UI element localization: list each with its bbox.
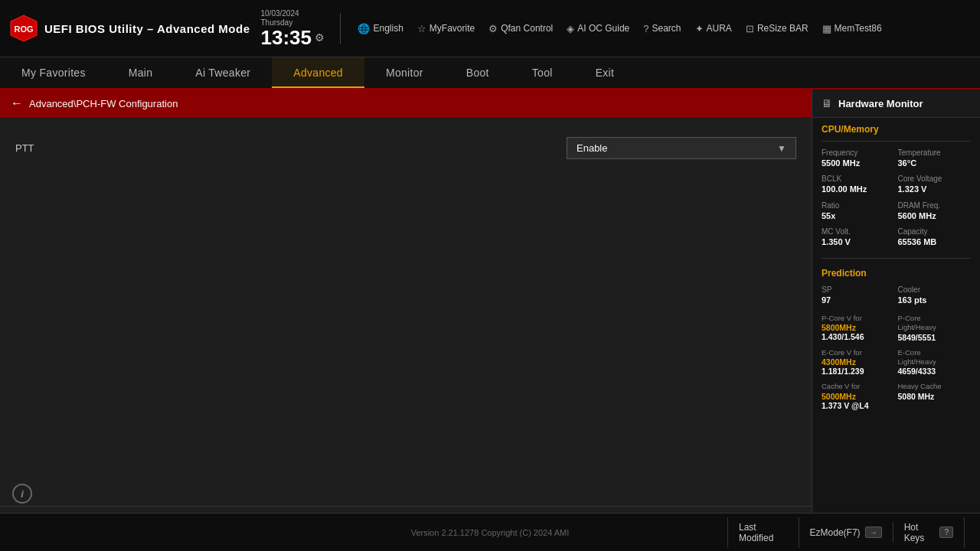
ecore-v-item: E-Core V for 4300MHz 1.181/1.239 — [822, 348, 895, 377]
capacity-label: Capacity — [898, 227, 972, 236]
ptt-label: PTT — [15, 142, 34, 154]
cache-pred-grid: Cache V for 5000MHz 1.373 V @L4 Heavy Ca… — [822, 382, 971, 409]
tab-exit[interactable]: Exit — [574, 57, 636, 88]
rog-logo: ROG — [9, 14, 38, 43]
aura-icon: ✦ — [695, 23, 704, 34]
prediction-title: Prediction — [812, 262, 980, 282]
logo-area: ROG UEFI BIOS Utility – Advanced Mode — [9, 14, 250, 43]
ezmode-key-icon: → — [865, 527, 882, 538]
dropdown-arrow-icon: ▼ — [777, 143, 786, 154]
stat-frequency: Frequency 5500 MHz — [822, 148, 895, 169]
last-modified-button[interactable]: Last Modified — [727, 517, 799, 548]
ptt-dropdown[interactable]: Enable ▼ — [567, 137, 796, 159]
tab-main[interactable]: Main — [107, 57, 175, 88]
tab-boot[interactable]: Boot — [445, 57, 511, 88]
bottom-bar: Version 2.21.1278 Copyright (C) 2024 AMI… — [0, 513, 980, 551]
topnav-language[interactable]: 🌐 English — [351, 20, 409, 37]
temperature-value: 36°C — [898, 158, 972, 169]
hotkeys-button[interactable]: Hot Keys ? — [893, 517, 965, 548]
cpu-memory-grid: Frequency 5500 MHz Temperature 36°C BCLK… — [812, 145, 980, 255]
tab-ai-tweaker[interactable]: Ai Tweaker — [174, 57, 272, 88]
language-label: English — [373, 23, 403, 34]
cache-v-value: 1.373 V @L4 — [822, 401, 895, 410]
aioc-label: AI OC Guide — [577, 23, 629, 34]
stat-core-voltage: Core Voltage 1.323 V — [898, 174, 972, 195]
topnav-aioc[interactable]: ◈ AI OC Guide — [560, 20, 635, 37]
topnav-aura[interactable]: ✦ AURA — [689, 20, 738, 37]
tab-tool[interactable]: Tool — [511, 57, 574, 88]
topnav-qfan[interactable]: ⚙ Qfan Control — [482, 20, 559, 37]
main-content: ← Advanced\PCH-FW Configuration PTT Enab… — [0, 90, 812, 513]
qfan-label: Qfan Control — [501, 23, 553, 34]
myfavorite-label: MyFavorite — [430, 23, 475, 34]
hw-monitor-header: 🖥 Hardware Monitor — [812, 90, 980, 118]
ecore-pred-grid: E-Core V for 4300MHz 1.181/1.239 E-Core … — [822, 348, 971, 377]
hw-monitor-panel: 🖥 Hardware Monitor CPU/Memory Frequency … — [812, 90, 980, 513]
stat-dram-freq: DRAM Freq. 5600 MHz — [898, 201, 972, 222]
pcore-light-heavy-item: P-Core Light/Heavy 5849/5551 — [898, 314, 972, 342]
version-text: Version 2.21.1278 Copyright (C) 2024 AMI — [253, 528, 727, 537]
cache-v-item: Cache V for 5000MHz 1.373 V @L4 — [822, 382, 895, 409]
time-display: 13:35 — [260, 28, 312, 47]
capacity-value: 65536 MB — [898, 236, 972, 248]
temperature-label: Temperature — [898, 148, 972, 158]
pcore-freq: 5800MHz — [822, 323, 895, 332]
resizebar-label: ReSize BAR — [757, 23, 808, 34]
topnav-search[interactable]: ? Search — [637, 20, 687, 37]
ecore-lh-label: E-Core — [898, 348, 972, 357]
sp-label: SP — [822, 285, 895, 295]
info-icon-area: i — [12, 484, 32, 504]
pcore-prediction: P-Core V for 5800MHz 1.430/1.546 P-Core … — [812, 312, 980, 347]
topnav-memtest[interactable]: ▦ MemTest86 — [816, 20, 888, 37]
search-label: Search — [652, 23, 681, 34]
setting-row-ptt: PTT Enable ▼ — [15, 129, 796, 167]
ecore-prediction: E-Core V for 4300MHz 1.181/1.239 E-Core … — [812, 347, 980, 381]
top-nav-items: 🌐 English ☆ MyFavorite ⚙ Qfan Control ◈ … — [351, 20, 971, 37]
pcore-v-item: P-Core V for 5800MHz 1.430/1.546 — [822, 314, 895, 342]
ecore-v-label: E-Core V for — [822, 348, 895, 357]
pcore-lh-label: P-Core — [898, 314, 972, 323]
settings-gear-icon[interactable]: ⚙ — [315, 31, 325, 44]
frequency-label: Frequency — [822, 148, 895, 158]
memtest-label: MemTest86 — [835, 23, 882, 34]
ezmode-label: EzMode(F7) — [810, 527, 861, 538]
cache-heavy-item: Heavy Cache 5080 MHz — [898, 382, 972, 409]
tab-advanced[interactable]: Advanced — [272, 57, 364, 88]
stat-sp: SP 97 — [822, 285, 895, 306]
ptt-value: Enable — [577, 142, 771, 154]
stat-ratio: Ratio 55x — [822, 201, 895, 222]
cache-heavy-label: Heavy Cache — [898, 382, 972, 391]
prediction-main-grid: SP 97 Cooler 163 pts — [812, 282, 980, 312]
ecore-v-value: 1.181/1.239 — [822, 367, 895, 376]
time-area: 13:35 ⚙ — [260, 28, 325, 47]
info-button[interactable]: i — [12, 484, 32, 504]
tab-my-favorites[interactable]: My Favorites — [0, 57, 107, 88]
fan-icon: ⚙ — [488, 23, 498, 34]
cache-v-label: Cache V for — [822, 382, 895, 391]
cpu-memory-title: CPU/Memory — [812, 118, 980, 138]
ecore-lh-label2: Light/Heavy — [898, 357, 972, 367]
cooler-label: Cooler — [898, 285, 972, 295]
bottom-right: Last Modified EzMode(F7) → Hot Keys ? — [727, 517, 965, 548]
cache-freq: 5000MHz — [822, 392, 895, 401]
memtest-icon: ▦ — [822, 23, 831, 34]
divider-1 — [340, 13, 341, 44]
stat-cooler: Cooler 163 pts — [898, 285, 972, 306]
cache-prediction: Cache V for 5000MHz 1.373 V @L4 Heavy Ca… — [812, 380, 980, 414]
search-help-icon: ? — [643, 23, 648, 34]
topnav-resizebar[interactable]: ⊡ ReSize BAR — [740, 20, 815, 37]
topnav-myfavorite[interactable]: ☆ MyFavorite — [411, 20, 481, 37]
ezmode-button[interactable]: EzMode(F7) → — [799, 522, 893, 543]
ai-icon: ◈ — [567, 23, 574, 34]
hotkeys-key-icon: ? — [939, 527, 953, 538]
tab-monitor[interactable]: Monitor — [364, 57, 445, 88]
dram-freq-value: 5600 MHz — [898, 210, 972, 222]
back-button[interactable]: ← — [11, 96, 23, 110]
content-separator — [0, 506, 812, 507]
hw-monitor-title: Hardware Monitor — [838, 98, 923, 109]
pcore-v-value: 1.430/1.546 — [822, 332, 895, 341]
resize-icon: ⊡ — [746, 23, 754, 34]
pcore-lh-label2: Light/Heavy — [898, 323, 972, 332]
pcore-v-label: P-Core V for — [822, 314, 895, 323]
ecore-freq: 4300MHz — [822, 357, 895, 367]
